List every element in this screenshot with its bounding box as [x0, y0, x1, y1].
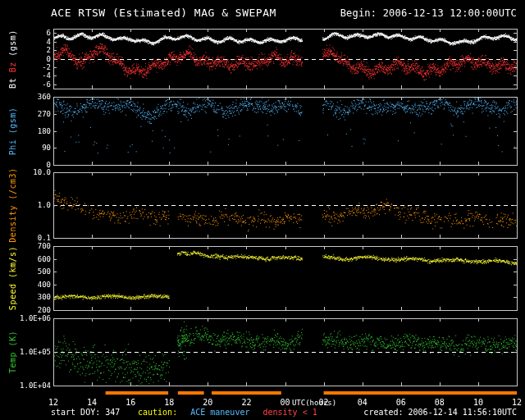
speed-axis-label: Speed (km/s) — [8, 246, 17, 310]
y-axis-label-density: Density (/cm3) — [8, 167, 17, 242]
caution-note: caution: ACE maneuver density < 1 — [138, 408, 317, 417]
y-axis-label-speed: Speed (km/s) — [8, 246, 17, 310]
begin-timestamp: Begin: 2006-12-13 12:00:00UTC — [340, 7, 517, 19]
y-axis-label-temp: Temp (K) — [8, 331, 17, 373]
caution-ace-maneuver: ACE maneuver — [190, 408, 249, 417]
caution-density-lt-1: density < 1 — [262, 408, 317, 417]
ace-rtsw-plot: ACE RTSW (Estimated) MAG & SWEPAM Begin:… — [0, 0, 525, 420]
y-axis-label-mag: Bt Bz (gsm) — [8, 30, 17, 89]
temp-axis-label: Temp (K) — [8, 331, 17, 373]
caution-label: caution: — [138, 408, 177, 417]
start-doy-label: start DOY: 347 — [51, 408, 120, 417]
density-axis-label: Density (/cm3) — [8, 167, 17, 242]
phi-axis-label: Phi (gsm) — [8, 107, 17, 156]
gsm-unit-label: (gsm) — [8, 30, 17, 57]
created-timestamp: created: 2006-12-14 11:56:10UTC — [363, 408, 517, 417]
plot-canvas — [0, 0, 525, 420]
y-axis-label-phi: Phi (gsm) — [8, 107, 17, 156]
page-title: ACE RTSW (Estimated) MAG & SWEPAM — [51, 7, 276, 19]
bz-axis-label: Bz — [8, 62, 17, 72]
bt-axis-label: Bt — [8, 78, 17, 89]
